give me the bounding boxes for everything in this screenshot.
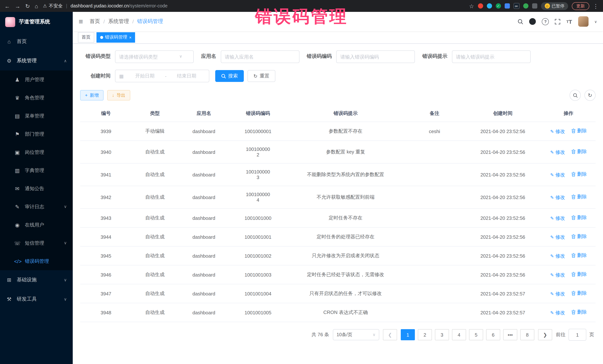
back-icon[interactable]: ← <box>4 3 10 9</box>
next-page-button[interactable]: ❯ <box>538 329 552 340</box>
cell-app-name: dashboard <box>178 186 230 209</box>
hamburger-icon[interactable]: ≡ <box>79 17 83 26</box>
breadcrumb-item[interactable]: 首页 <box>90 18 100 25</box>
prev-page-button[interactable]: ❮ <box>383 329 397 340</box>
extension-icon-check[interactable]: ✓ <box>496 3 501 9</box>
page-number-button[interactable]: 6 <box>486 329 500 340</box>
table-row: 3943 自动生成 dashboard 1001001000 定时任务不存在 2… <box>80 209 596 227</box>
sidebar-subitem[interactable]: ✉ 通知公告 <box>0 179 73 198</box>
sidebar-subitem[interactable]: </> 错误码管理 <box>0 252 73 270</box>
add-button[interactable]: + 新增 <box>80 90 104 100</box>
url-text[interactable]: dashboard.yudao.iocoder.cn/system/error-… <box>70 3 168 9</box>
forward-icon[interactable]: → <box>15 3 20 9</box>
delete-button[interactable]: 删除 <box>572 309 587 315</box>
bookmark-star-icon[interactable]: ☆ <box>469 3 474 9</box>
breadcrumb-item[interactable]: 系统管理 <box>108 18 129 25</box>
edit-button[interactable]: ✎ 修改 <box>550 309 565 316</box>
home-icon[interactable]: ⌂ <box>35 3 38 9</box>
font-size-icon[interactable]: TT <box>567 18 572 25</box>
sidebar-subitem[interactable]: ☏ 短信管理 ∨ <box>0 234 73 252</box>
delete-button[interactable]: 删除 <box>572 171 587 177</box>
edit-button[interactable]: ✎ 修改 <box>550 149 565 156</box>
edit-button[interactable]: ✎ 修改 <box>550 215 565 222</box>
delete-button[interactable]: 删除 <box>572 194 587 200</box>
error-type-select-input[interactable] <box>115 50 194 63</box>
kebab-menu-icon[interactable]: ⋮ <box>593 3 599 9</box>
sidebar-subitem[interactable]: ◉ 在线用户 <box>0 216 73 234</box>
page-number-button[interactable]: 2 <box>418 329 432 340</box>
edit-button[interactable]: ✎ 修改 <box>550 291 565 297</box>
tab[interactable]: 首页 <box>78 32 94 43</box>
github-icon[interactable] <box>529 18 536 25</box>
delete-button[interactable]: 删除 <box>572 233 587 240</box>
sidebar-subitem[interactable]: ▥ 字典管理 <box>0 161 73 179</box>
edit-button[interactable]: ✎ 修改 <box>550 234 565 241</box>
search-button[interactable]: 搜索 <box>215 70 244 82</box>
delete-button[interactable]: 删除 <box>572 290 587 297</box>
delete-button[interactable]: 删除 <box>572 214 587 221</box>
app-name-field[interactable] <box>220 50 291 62</box>
delete-button[interactable]: 删除 <box>572 128 587 134</box>
avatar-caret-icon[interactable]: ∨ <box>594 20 597 23</box>
page-number-button[interactable]: ••• <box>503 329 517 340</box>
sidebar-subitem[interactable]: ⚑ 部门管理 <box>0 125 73 143</box>
error-code-field[interactable] <box>336 50 407 62</box>
refresh-table-button[interactable]: ↻ <box>584 90 596 101</box>
error-code-input[interactable] <box>336 50 415 63</box>
delete-button[interactable]: 删除 <box>572 148 587 155</box>
reload-icon[interactable]: ↻ <box>25 3 30 9</box>
sidebar-subitem[interactable]: ▣ 岗位管理 <box>0 143 73 161</box>
download-icon: ↓ <box>112 93 114 98</box>
sidebar-subitem[interactable]: ▤ 菜单管理 <box>0 107 73 125</box>
page-number-button[interactable]: 4 <box>452 329 466 340</box>
user-avatar[interactable] <box>578 16 588 27</box>
page-number-button[interactable]: 5 <box>469 329 483 340</box>
goto-page-input[interactable] <box>568 329 586 341</box>
extension-icon-grid[interactable] <box>504 3 510 9</box>
toggle-search-button[interactable] <box>570 90 581 101</box>
error-type-select[interactable]: ∨ <box>115 50 186 62</box>
sidebar-item[interactable]: ⚙ 系统管理 ∧ <box>0 51 73 70</box>
profile-sync-pill[interactable]: ☺ 已暂停 <box>541 2 568 10</box>
security-status[interactable]: ⚠ 不安全 <box>43 3 63 9</box>
delete-button[interactable]: 删除 <box>572 252 587 259</box>
code-value: 1001001005 <box>244 310 271 315</box>
edit-button[interactable]: ✎ 修改 <box>550 128 565 135</box>
sidebar-subitem[interactable]: ♛ 角色管理 <box>0 88 73 107</box>
fullscreen-icon[interactable] <box>555 19 560 24</box>
sidebar-item[interactable]: ⚒ 研发工具 ∨ <box>0 289 73 309</box>
menu-item-icon: ▣ <box>14 149 20 155</box>
extensions-puzzle-icon[interactable] <box>532 3 537 9</box>
page-number-button[interactable]: 1 <box>401 329 415 340</box>
delete-button[interactable]: 删除 <box>572 271 587 278</box>
sidebar-item[interactable]: ⌂ 首页 <box>0 32 73 51</box>
reset-button[interactable]: ↻ 重置 <box>247 70 275 82</box>
extension-icon-red[interactable] <box>478 3 483 9</box>
edit-button[interactable]: ✎ 修改 <box>550 253 565 259</box>
cell-remark <box>405 209 464 227</box>
error-hint-field[interactable] <box>452 50 522 62</box>
error-hint-input[interactable] <box>452 50 531 63</box>
edit-button[interactable]: ✎ 修改 <box>550 194 565 201</box>
edit-button[interactable]: ✎ 修改 <box>550 272 565 278</box>
page-number-button[interactable]: 8 <box>520 329 534 340</box>
page-size-select[interactable]: 10条/页 ∨ <box>333 329 379 340</box>
extension-icon-on[interactable]: on <box>513 3 519 9</box>
help-icon[interactable]: ? <box>542 18 549 25</box>
app-name-input[interactable] <box>220 50 299 63</box>
date-range-picker[interactable]: ▦ 开始日期 - 结束日期 <box>115 70 209 82</box>
sidebar-logo[interactable]: 芋道管理系统 <box>0 12 73 32</box>
extension-icon-leaf[interactable] <box>523 3 528 9</box>
edit-button[interactable]: ✎ 修改 <box>550 172 565 178</box>
search-icon[interactable] <box>518 19 523 24</box>
export-button[interactable]: ↓ 导出 <box>107 90 130 100</box>
sidebar-subitem[interactable]: ♟ 用户管理 <box>0 70 73 88</box>
tab[interactable]: 错误码管理 × <box>96 32 135 43</box>
update-button[interactable]: 更新 <box>572 2 589 10</box>
sidebar-item[interactable]: ⊞ 基础设施 ∨ <box>0 270 73 289</box>
sidebar-subitem[interactable]: ✎ 审计日志 ∨ <box>0 198 73 216</box>
address-bar[interactable]: ⚠ 不安全 | dashboard.yudao.iocoder.cn/syste… <box>43 3 464 9</box>
extension-icon-drop[interactable] <box>487 3 492 9</box>
tab-close-icon[interactable]: × <box>129 35 132 39</box>
page-number-button[interactable]: 3 <box>435 329 449 340</box>
